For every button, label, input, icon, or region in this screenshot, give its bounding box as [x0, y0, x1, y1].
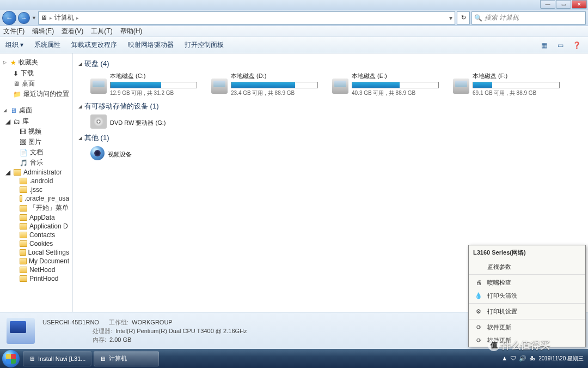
lib-icon: 📄 — [20, 149, 28, 156]
sidebar-item[interactable]: Cookies — [1, 239, 71, 248]
popup-item-icon: ⟳ — [474, 336, 483, 345]
sidebar-library-header[interactable]: ◢🗂库 — [1, 116, 71, 126]
titlebar[interactable]: — ▭ ✕ — [0, 0, 588, 10]
tray-icon[interactable]: 🛡 — [510, 355, 516, 362]
drive-item[interactable]: 本地磁盘 (E:)40.3 GB 可用 , 共 88.9 GB — [332, 72, 446, 97]
popup-item[interactable]: 监视参数 — [469, 260, 585, 273]
section-hard-disk[interactable]: ◢硬盘 (4) — [78, 59, 583, 69]
sidebar-user-header[interactable]: ◢Administrator — [1, 168, 71, 177]
sidebar-item[interactable]: 「开始」菜单 — [1, 203, 71, 213]
dvd-icon — [90, 114, 107, 129]
drive-item[interactable]: 本地磁盘 (F:)69.1 GB 可用 , 共 88.9 GB — [453, 72, 567, 97]
popup-item-icon: ⟳ — [474, 323, 483, 331]
help-icon[interactable]: ❓ — [571, 39, 583, 51]
taskbar-item[interactable]: 🖥计算机 — [94, 351, 159, 366]
video-device[interactable]: 视频设备 — [90, 146, 205, 160]
popup-item[interactable]: ⟳软件更新 — [469, 321, 585, 334]
sidebar-item[interactable]: .jssc — [1, 185, 71, 194]
taskbar-item[interactable]: 🖥Install Navi [L31... — [23, 351, 91, 366]
sidebar-item[interactable]: .android — [1, 177, 71, 185]
taskbar-clock[interactable]: 2019\11\20 星期三 — [538, 355, 584, 362]
menu-item[interactable]: 编辑(E) — [32, 27, 54, 36]
sidebar-desktop-header[interactable]: ◢🖥桌面 — [1, 105, 71, 116]
sidebar-item[interactable]: 📄文档 — [1, 147, 71, 158]
menu-item[interactable]: 文件(F) — [3, 27, 24, 36]
sidebar-item[interactable]: .oracle_jre_usa — [1, 194, 71, 203]
sidebar-item[interactable]: AppData — [1, 213, 71, 222]
close-button[interactable]: ✕ — [572, 0, 587, 9]
back-button[interactable]: ← — [2, 11, 16, 25]
sidebar-item[interactable]: My Document — [1, 257, 71, 266]
sidebar-item[interactable]: 🖼图片 — [1, 137, 71, 147]
system-tray[interactable]: ▲ 🛡 🔊 🖧 2019\11\20 星期三 — [501, 355, 586, 362]
sidebar-item[interactable]: ⬇下载 — [1, 68, 71, 79]
camera-icon — [90, 146, 105, 160]
breadcrumb-computer[interactable]: 计算机 — [54, 13, 74, 22]
drive-item[interactable]: 本地磁盘 (C:)12.9 GB 可用 , 共 31.2 GB — [90, 72, 205, 97]
popup-item[interactable]: 🖨喷嘴检查 — [469, 276, 585, 289]
search-box[interactable]: 🔍 搜索 计算机 — [471, 11, 586, 25]
popup-item[interactable]: ⚙打印机设置 — [469, 305, 585, 318]
library-icon: 🗂 — [14, 118, 20, 125]
address-bar[interactable]: 🖥 ▸ 计算机 ▸ ▾ — [38, 11, 455, 25]
menu-item[interactable]: 工具(T) — [91, 27, 112, 36]
sidebar-item[interactable]: NetHood — [1, 266, 71, 274]
fav-icon: ⬇ — [13, 70, 19, 77]
history-dropdown-icon[interactable]: ▼ — [32, 15, 36, 21]
start-button[interactable] — [2, 350, 20, 367]
popup-item[interactable]: ⟳软件更新 — [469, 334, 585, 347]
sidebar-item[interactable]: PrintHood — [1, 274, 71, 283]
folder-icon — [20, 178, 27, 184]
minimize-button[interactable]: — — [540, 0, 555, 9]
sidebar-item[interactable]: 🎵音乐 — [1, 158, 71, 168]
toolbar-item[interactable]: 打开控制面板 — [185, 40, 224, 50]
search-icon: 🔍 — [474, 14, 482, 22]
toolbar-item[interactable]: 组织 ▾ — [5, 40, 23, 50]
sidebar-item[interactable]: 🖥桌面 — [1, 79, 71, 89]
task-icon: 🖥 — [100, 355, 106, 362]
star-icon: ★ — [10, 59, 16, 67]
section-other[interactable]: ◢其他 (1) — [78, 133, 583, 143]
tray-network-icon[interactable]: 🖧 — [529, 355, 535, 362]
toolbar-item[interactable]: 卸载或更改程序 — [71, 40, 117, 50]
breadcrumb-sep[interactable]: ▸ — [76, 15, 79, 21]
maximize-button[interactable]: ▭ — [556, 0, 571, 9]
popup-item[interactable]: 💧打印头清洗 — [469, 289, 585, 302]
sidebar-item[interactable]: Local Settings — [1, 248, 71, 257]
sidebar-favorites-header[interactable]: ▷★收藏夹 — [1, 57, 71, 68]
address-dropdown-icon[interactable]: ▾ — [449, 14, 452, 22]
section-removable[interactable]: ◢有可移动存储的设备 (1) — [78, 101, 583, 111]
taskbar: 🖥Install Navi [L31...🖥计算机 ▲ 🛡 🔊 🖧 2019\1… — [0, 349, 588, 368]
forward-button[interactable]: → — [18, 12, 30, 24]
folder-icon — [20, 232, 27, 238]
sidebar-item[interactable]: 📁最近访问的位置 — [1, 89, 71, 99]
drive-item[interactable]: 本地磁盘 (D:)23.4 GB 可用 , 共 88.9 GB — [211, 72, 326, 97]
menu-item[interactable]: 查看(V) — [62, 27, 83, 36]
sidebar-item[interactable]: Contacts — [1, 231, 71, 239]
menu-item[interactable]: 帮助(H) — [120, 27, 143, 36]
tray-icon[interactable]: 🔊 — [519, 355, 526, 362]
lib-icon: 🖼 — [20, 138, 26, 146]
folder-icon — [20, 195, 22, 202]
sidebar-item[interactable]: 🎞视频 — [1, 126, 71, 137]
lib-icon: 🎞 — [20, 128, 26, 136]
search-placeholder: 搜索 计算机 — [485, 13, 519, 22]
popup-item-icon: 💧 — [474, 291, 483, 300]
view-icon[interactable]: ▦ — [538, 39, 550, 51]
toolbar-item[interactable]: 系统属性 — [34, 40, 60, 50]
refresh-button[interactable]: ↻ — [457, 11, 470, 25]
folder-icon — [20, 214, 27, 221]
fav-icon: 📁 — [13, 91, 21, 98]
dvd-drive[interactable]: DVD RW 驱动器 (G:) — [90, 114, 205, 129]
folder-icon — [14, 169, 21, 176]
printer-popup: L3160 Series(网络) 监视参数🖨喷嘴检查💧打印头清洗⚙打印机设置⟳软… — [468, 245, 586, 347]
tray-icon[interactable]: ▲ — [501, 355, 507, 362]
folder-icon — [20, 240, 27, 247]
toolbar-item[interactable]: 映射网络驱动器 — [128, 40, 174, 50]
folder-icon — [20, 258, 27, 264]
computer-icon: 🖥 — [41, 14, 47, 22]
sidebar-item[interactable]: Application D — [1, 222, 71, 231]
preview-icon[interactable]: ▭ — [554, 39, 566, 51]
drive-icon — [453, 79, 469, 94]
usage-bar — [110, 82, 197, 88]
